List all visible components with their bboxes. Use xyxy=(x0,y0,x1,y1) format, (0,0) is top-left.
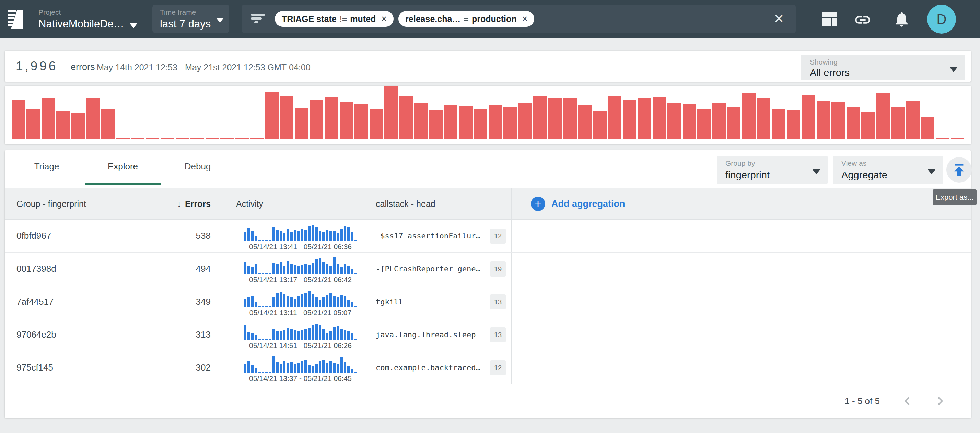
sparkline-bar xyxy=(272,227,275,241)
table-row[interactable]: 0017398d 494 05/14/21 13:17 - 05/21/21 0… xyxy=(5,253,971,285)
showing-selector[interactable]: Showing All errors xyxy=(801,55,965,80)
histogram-bar xyxy=(131,138,145,139)
sparkline-bar xyxy=(269,273,271,274)
header-activity-label: Activity xyxy=(236,199,263,209)
notifications-bell-icon[interactable] xyxy=(893,10,911,28)
sparkline-bar xyxy=(298,296,300,307)
histogram-bar xyxy=(921,117,934,139)
activity-cell: 05/14/21 14:51 - 05/21/21 06:26 xyxy=(224,318,364,351)
filter-operator: = xyxy=(464,14,469,24)
tab-explore[interactable]: Explore xyxy=(99,150,147,183)
errors-cell: 302 xyxy=(142,351,224,384)
table-row[interactable]: 97064e2b 313 05/14/21 14:51 - 05/21/21 0… xyxy=(5,318,971,351)
clear-filters-icon[interactable]: ✕ xyxy=(774,12,784,26)
dashboard-layout-icon[interactable] xyxy=(822,12,837,26)
histogram-bar xyxy=(474,109,487,139)
fingerprint-cell[interactable]: 0fbfd967 xyxy=(5,220,142,252)
date-range: May 14th 2021 12:53 - May 21st 2021 12:5… xyxy=(97,62,310,72)
next-page-icon[interactable] xyxy=(935,396,946,407)
histogram-bar xyxy=(414,103,428,139)
sparkline-bar xyxy=(286,328,289,340)
fingerprint-cell[interactable]: 0017398d xyxy=(5,253,142,285)
sparkline-bar xyxy=(276,264,278,274)
share-link-icon[interactable] xyxy=(854,11,872,29)
sparkline-bar xyxy=(308,265,310,274)
sparkline-bar xyxy=(265,273,268,274)
sparkline-bar xyxy=(347,228,350,241)
sparkline-bar xyxy=(272,356,275,373)
histogram-bar xyxy=(250,138,264,139)
callstack-value: java.lang.Thread.sleep xyxy=(376,330,476,339)
summary-card: 1,996 errors May 14th 2021 12:53 - May 2… xyxy=(5,51,971,82)
sparkline-bar xyxy=(304,360,307,373)
histogram-bar xyxy=(340,102,353,139)
histogram-bar xyxy=(742,93,755,139)
fingerprint-cell[interactable]: 975cf145 xyxy=(5,351,142,384)
errors-histogram[interactable] xyxy=(12,86,964,139)
callstack-value: -[PLCrashReporter gene… xyxy=(376,264,480,273)
activity-range: 05/14/21 13:11 - 05/21/21 05:07 xyxy=(244,309,357,317)
remove-filter-icon[interactable]: × xyxy=(381,14,387,24)
filter-icon xyxy=(251,14,265,24)
sparkline-bar xyxy=(301,330,303,340)
header-group-fingerprint[interactable]: Group - fingerprint xyxy=(5,188,142,219)
remove-filter-icon[interactable]: × xyxy=(522,14,527,24)
sparkline-bar xyxy=(337,264,339,274)
sparkline-bar xyxy=(308,328,310,340)
sparkline-bar xyxy=(298,331,300,340)
previous-page-icon[interactable] xyxy=(902,396,913,407)
sparkline-bar xyxy=(301,294,303,307)
histogram-bar xyxy=(488,105,502,139)
project-caret-icon[interactable] xyxy=(130,23,137,28)
project-selector[interactable]: NativeMobileDe… xyxy=(38,18,124,30)
header-errors[interactable]: ↓ Errors xyxy=(142,188,224,219)
sparkline-bar xyxy=(247,228,250,241)
view-as-selector[interactable]: View as Aggregate xyxy=(833,156,943,184)
header-group-label: Group - fingerprint xyxy=(16,199,86,209)
histogram-bar xyxy=(772,109,785,139)
timeframe-selector[interactable]: Time frame last 7 days xyxy=(152,5,229,33)
header-activity[interactable]: Activity xyxy=(224,188,364,219)
sparkline-bar xyxy=(351,232,353,241)
sparkline-bar xyxy=(351,269,353,274)
filter-chip[interactable]: release.cha… = production × xyxy=(398,11,534,27)
fingerprint-cell[interactable]: 7af44517 xyxy=(5,285,142,318)
sparkline-bar xyxy=(308,291,310,307)
filter-bar[interactable]: TRIAGE state != muted × release.cha… = p… xyxy=(242,5,796,33)
sparkline-bar xyxy=(298,231,300,241)
sparkline-bar xyxy=(337,297,339,307)
add-aggregation-button[interactable]: + Add aggregation xyxy=(511,188,971,219)
export-button[interactable] xyxy=(947,157,972,183)
histogram-bar xyxy=(861,112,875,139)
view-as-caret-icon xyxy=(928,169,935,174)
table-row[interactable]: 7af44517 349 05/14/21 13:11 - 05/21/21 0… xyxy=(5,285,971,318)
header-callstack[interactable]: callstack - head xyxy=(364,188,511,219)
sparkline-bar xyxy=(251,231,253,241)
sparkline-bar xyxy=(301,229,303,241)
filter-chip[interactable]: TRIAGE state != muted × xyxy=(275,11,394,27)
backtrace-logo-icon[interactable] xyxy=(8,10,23,29)
table-row[interactable]: 0fbfd967 538 05/14/21 13:41 - 05/21/21 0… xyxy=(5,220,971,253)
user-avatar[interactable]: D xyxy=(927,5,956,33)
sparkline-bar xyxy=(312,295,314,307)
sparkline-bar xyxy=(347,266,350,274)
tab-triage[interactable]: Triage xyxy=(26,150,67,183)
sparkline-bar xyxy=(247,332,250,340)
filter-chips: TRIAGE state != muted × release.cha… = p… xyxy=(275,11,534,27)
sparkline-bar xyxy=(286,261,289,274)
activity-sparkline xyxy=(244,355,357,373)
sparkline-bar xyxy=(255,302,257,307)
sparkline-bar xyxy=(265,339,268,340)
sparkline-bar xyxy=(340,329,342,340)
activity-sparkline xyxy=(244,256,357,274)
filter-attribute: release.cha… xyxy=(405,14,460,24)
activity-range: 05/14/21 13:41 - 05/21/21 06:36 xyxy=(244,243,357,251)
timeframe-caret-icon xyxy=(216,18,224,23)
tab-debug[interactable]: Debug xyxy=(177,150,218,183)
callstack-cell: java.lang.Thread.sleep 13 xyxy=(364,318,511,351)
table-row[interactable]: 975cf145 302 05/14/21 13:37 - 05/21/21 0… xyxy=(5,351,971,384)
export-upload-icon xyxy=(951,162,967,177)
sparkline-bar xyxy=(244,232,247,241)
fingerprint-cell[interactable]: 97064e2b xyxy=(5,318,142,351)
group-by-selector[interactable]: Group by fingerprint xyxy=(717,156,828,184)
